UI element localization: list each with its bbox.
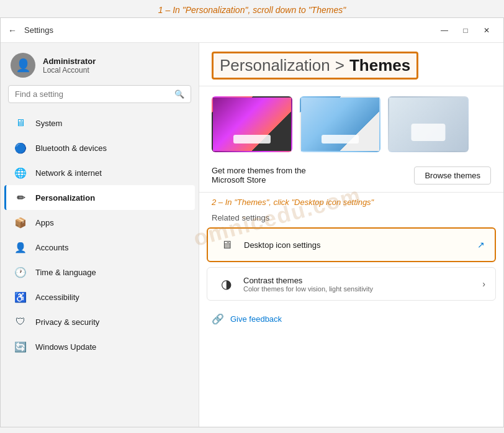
back-button[interactable]: ← — [8, 25, 17, 35]
sidebar-item-label-personalization: Personalization — [35, 193, 95, 203]
breadcrumb-current: Themes — [349, 56, 410, 75]
close-button[interactable]: ✕ — [477, 23, 496, 38]
feedback-row[interactable]: 🔗 Give feedback — [199, 306, 503, 332]
sidebar-item-bluetooth[interactable]: 🔵Bluetooth & devices — [4, 135, 195, 160]
store-text: Get more themes from the Microsoft Store — [212, 166, 306, 185]
avatar-icon: 👤 — [16, 58, 31, 73]
breadcrumb-parent: Personalization — [220, 56, 330, 75]
external-link-icon: ↗ — [477, 240, 485, 250]
time-icon: 🕐 — [14, 266, 27, 278]
sidebar-item-label-update: Windows Update — [35, 342, 96, 352]
update-icon: 🔄 — [14, 340, 27, 353]
sidebar-item-privacy[interactable]: 🛡Privacy & security — [4, 309, 195, 334]
sidebar-item-label-privacy: Privacy & security — [35, 317, 99, 327]
theme-card-dark[interactable] — [212, 96, 292, 152]
settings-window: ← Settings — □ ✕ 👤 Administrator Local A… — [0, 17, 504, 427]
sidebar-item-network[interactable]: 🌐Network & internet — [4, 160, 195, 185]
accessibility-icon: ♿ — [14, 291, 27, 303]
plain-row-left: ◑ Contrast themes Color themes for low v… — [217, 275, 373, 293]
sidebar-item-label-network: Network & internet — [35, 168, 102, 178]
search-input[interactable] — [15, 89, 169, 99]
theme-light-bar — [322, 135, 359, 144]
desktop-icon: 🖥 — [218, 236, 235, 253]
sidebar-item-time[interactable]: 🕐Time & language — [4, 260, 195, 285]
main-panel: Personalization > Themes — [199, 43, 503, 427]
panel-header: Personalization > Themes — [199, 43, 503, 86]
avatar: 👤 — [11, 53, 35, 78]
sidebar-item-label-accounts: Accounts — [35, 243, 68, 252]
theme-3-window — [412, 124, 446, 141]
desktop-icon-settings-row[interactable]: 🖥 Desktop icon settings ↗ — [207, 227, 496, 262]
titlebar: ← Settings — □ ✕ — [1, 18, 503, 43]
apps-icon: 📦 — [14, 216, 27, 229]
breadcrumb-box: Personalization > Themes — [212, 52, 418, 80]
theme-dark-bar — [233, 135, 271, 144]
store-text-line1: Get more themes from the — [212, 166, 306, 175]
sidebar-item-update[interactable]: 🔄Windows Update — [4, 334, 195, 359]
bluetooth-icon: 🔵 — [14, 142, 27, 154]
contrast-themes-subtitle: Color themes for low vision, light sensi… — [243, 285, 373, 293]
feedback-icon: 🔗 — [212, 313, 224, 325]
panel-content: Get more themes from the Microsoft Store… — [199, 86, 503, 427]
contrast-themes-title: Contrast themes — [243, 276, 373, 285]
user-info: Administrator Local Account — [43, 57, 96, 75]
store-section: Get more themes from the Microsoft Store… — [199, 160, 503, 193]
chevron-icon: › — [482, 279, 485, 289]
titlebar-left: ← Settings — [8, 25, 53, 35]
step1-annotation: 1 – In "Personalization", scroll down to… — [0, 0, 504, 17]
feedback-label: Give feedback — [230, 314, 282, 324]
personalization-icon: ✏ — [14, 191, 27, 204]
contrast-row-text: Contrast themes Color themes for low vis… — [243, 276, 373, 293]
sidebar-item-system[interactable]: 🖥System — [4, 111, 195, 135]
window-title: Settings — [24, 25, 53, 35]
theme-card-light[interactable] — [300, 96, 380, 152]
browse-themes-button[interactable]: Browse themes — [414, 166, 491, 185]
minimize-button[interactable]: — — [435, 23, 454, 38]
sidebar: 👤 Administrator Local Account 🔍 🖥System🔵… — [1, 43, 199, 427]
theme-card-3-inner — [389, 98, 467, 151]
sidebar-item-personalization[interactable]: ✏Personalization — [4, 185, 195, 210]
system-icon: 🖥 — [14, 117, 27, 129]
sidebar-item-label-system: System — [35, 119, 62, 128]
store-text-line2: Microsoft Store — [212, 175, 306, 185]
contrast-icon: ◑ — [217, 275, 235, 293]
network-icon: 🌐 — [14, 166, 27, 179]
nav-list: 🖥System🔵Bluetooth & devices🌐Network & in… — [1, 111, 199, 359]
related-settings-label: Related settings — [199, 209, 503, 227]
themes-grid — [199, 86, 503, 160]
privacy-icon: 🛡 — [14, 316, 27, 328]
sidebar-item-label-accessibility: Accessibility — [35, 293, 79, 302]
content-area: 👤 Administrator Local Account 🔍 🖥System🔵… — [1, 43, 503, 427]
sidebar-item-apps[interactable]: 📦Apps — [4, 210, 195, 235]
contrast-themes-row[interactable]: ◑ Contrast themes Color themes for low v… — [207, 267, 496, 301]
user-section: 👤 Administrator Local Account — [1, 43, 199, 85]
user-name: Administrator — [43, 57, 96, 66]
sidebar-item-label-apps: Apps — [35, 218, 54, 227]
settings-row-left: 🖥 Desktop icon settings — [218, 236, 321, 253]
step2-annotation: 2 – In "Themes", click "Desktop icon set… — [199, 193, 503, 209]
theme-card-3[interactable] — [388, 96, 469, 152]
user-role: Local Account — [43, 66, 96, 75]
search-box[interactable]: 🔍 — [8, 85, 191, 103]
accounts-icon: 👤 — [14, 241, 27, 253]
desktop-icon-settings-label: Desktop icon settings — [244, 240, 321, 250]
window-controls: — □ ✕ — [435, 23, 496, 38]
sidebar-item-accounts[interactable]: 👤Accounts — [4, 235, 195, 260]
breadcrumb: Personalization > Themes — [220, 56, 410, 75]
breadcrumb-separator: > — [335, 56, 344, 75]
search-icon: 🔍 — [174, 89, 184, 99]
sidebar-item-accessibility[interactable]: ♿Accessibility — [4, 285, 195, 309]
sidebar-item-label-bluetooth: Bluetooth & devices — [35, 144, 107, 153]
sidebar-item-label-time: Time & language — [35, 268, 96, 277]
maximize-button[interactable]: □ — [456, 23, 475, 38]
